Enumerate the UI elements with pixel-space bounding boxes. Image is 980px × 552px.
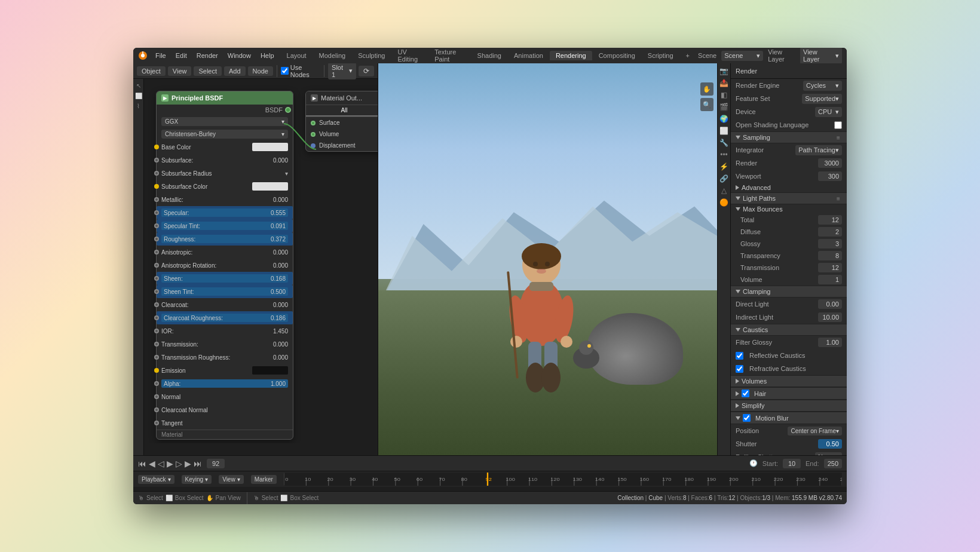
direct-light-field[interactable]: 0.00: [818, 299, 842, 309]
simplify-header[interactable]: Simplify: [731, 400, 847, 412]
icon-data[interactable]: △: [719, 185, 730, 196]
ne-icon-box[interactable]: ⬜: [134, 91, 143, 100]
anisotropic-socket[interactable]: [154, 250, 159, 254]
ne-icon-select[interactable]: ↖: [134, 81, 143, 90]
render-engine-dropdown[interactable]: Cycles▾: [803, 81, 842, 91]
icon-object[interactable]: ⬜: [719, 125, 730, 136]
emission-color-box[interactable]: [252, 366, 288, 375]
scene-dropdown[interactable]: Scene ▾: [721, 51, 763, 61]
light-paths-menu-icon[interactable]: ≡: [835, 195, 842, 202]
bounces-volume-field[interactable]: 1: [818, 275, 842, 284]
roughness-bar[interactable]: Roughness: 0.372: [161, 235, 288, 243]
use-nodes-checkbox[interactable]: Use Nodes: [281, 64, 320, 78]
view-layer-dropdown[interactable]: View Layer ▾: [800, 48, 842, 64]
transmission-socket[interactable]: [154, 342, 159, 346]
tab-rendering[interactable]: Rendering: [550, 51, 592, 60]
reflective-caustics-check[interactable]: [736, 352, 743, 360]
menu-window[interactable]: Window: [223, 51, 255, 60]
position-dropdown[interactable]: Center on Frame▾: [788, 427, 842, 436]
slot-dropdown[interactable]: Slot 1 ▾: [328, 63, 356, 79]
start-frame-field[interactable]: 10: [783, 459, 801, 468]
sheen-tint-socket[interactable]: [154, 289, 159, 294]
ne-icon-lasso[interactable]: ⌇: [134, 102, 143, 110]
tl-playback-dropdown[interactable]: Playback▾: [138, 475, 174, 484]
motion-blur-checkbox[interactable]: [743, 414, 751, 422]
sheen-tint-bar[interactable]: Sheen Tint: 0.500: [161, 287, 288, 296]
shutter-field[interactable]: 0.50: [818, 439, 842, 449]
clearcoat-normal-socket[interactable]: [154, 407, 159, 412]
tab-texture-paint[interactable]: Texture Paint: [428, 48, 470, 64]
next-keyframe-btn[interactable]: ▷: [176, 459, 182, 468]
tl-marker-dropdown[interactable]: Marker: [251, 475, 277, 484]
metallic-socket[interactable]: [154, 197, 159, 202]
specular-socket[interactable]: [154, 210, 159, 215]
specular-tint-socket[interactable]: [154, 223, 159, 228]
bsdf-output-socket[interactable]: [285, 107, 291, 113]
clearcoat-roughness-socket[interactable]: [154, 315, 159, 320]
normal-socket[interactable]: [154, 394, 159, 399]
hair-checkbox[interactable]: [742, 390, 749, 397]
icon-modifier[interactable]: 🔧: [719, 137, 730, 148]
render-samples-field[interactable]: 3000: [818, 158, 842, 168]
toolbar-select-btn[interactable]: Select: [194, 66, 222, 76]
clearcoat-socket[interactable]: [154, 302, 159, 307]
base-color-socket[interactable]: [154, 145, 159, 149]
light-paths-header[interactable]: Light Paths ≡: [731, 193, 847, 204]
specular-tint-bar[interactable]: Specular Tint: 0.091: [161, 222, 288, 230]
prev-frame-btn[interactable]: ◀: [149, 459, 155, 468]
sheen-socket[interactable]: [154, 276, 159, 281]
volumes-header[interactable]: Volumes: [731, 376, 847, 387]
toolbar-node-btn[interactable]: Node: [248, 66, 273, 76]
tab-sculpting[interactable]: Sculpting: [352, 51, 391, 60]
subsurface-dropdown[interactable]: Christensen-Burley ▾: [161, 130, 288, 139]
bounces-transmission-field[interactable]: 12: [818, 263, 842, 272]
subsurface-color-socket[interactable]: [154, 184, 159, 189]
use-nodes-check[interactable]: [281, 67, 289, 75]
next-frame-btn[interactable]: ▶: [185, 459, 191, 468]
current-frame-field[interactable]: 92: [207, 459, 225, 468]
clearcoat-roughness-bar[interactable]: Clearcoat Roughness: 0.186: [161, 314, 288, 322]
vp-ctrl-hand[interactable]: ✋: [700, 82, 713, 96]
tab-compositing[interactable]: Compositing: [593, 51, 641, 60]
roughness-socket[interactable]: [154, 237, 159, 241]
sampling-menu-icon[interactable]: ≡: [835, 134, 842, 141]
tab-shading[interactable]: Shading: [471, 51, 507, 60]
displacement-socket[interactable]: [311, 143, 316, 148]
bounces-diffuse-field[interactable]: 2: [818, 227, 842, 237]
icon-scene[interactable]: 🎬: [719, 102, 730, 112]
tab-modeling[interactable]: Modeling: [313, 51, 352, 60]
toolbar-refresh-btn[interactable]: ⟳: [359, 66, 374, 76]
bounces-total-field[interactable]: 12: [818, 215, 842, 225]
specular-bar[interactable]: Specular: 0.555: [161, 208, 288, 217]
tab-animation[interactable]: Animation: [508, 51, 549, 60]
toolbar-view-btn[interactable]: View: [168, 66, 192, 76]
caustics-header[interactable]: Caustics: [731, 324, 847, 336]
icon-particles[interactable]: •••: [719, 149, 730, 160]
volume-socket[interactable]: [311, 132, 316, 137]
icon-output[interactable]: 📤: [719, 78, 730, 88]
tl-keying-dropdown[interactable]: Keying▾: [182, 475, 212, 484]
open-shading-checkbox[interactable]: [834, 121, 842, 129]
menu-render[interactable]: Render: [192, 51, 222, 60]
sampling-header[interactable]: Sampling ≡: [731, 132, 847, 143]
advanced-header[interactable]: Advanced: [731, 183, 847, 192]
icon-constraints[interactable]: 🔗: [719, 173, 730, 184]
mat-tab-all[interactable]: All: [306, 105, 378, 116]
integrator-dropdown[interactable]: Path Tracing▾: [795, 145, 842, 155]
tab-layout[interactable]: Layout: [281, 51, 313, 60]
transmission-roughness-socket[interactable]: [154, 355, 159, 360]
bounces-glossy-field[interactable]: 3: [818, 239, 842, 249]
tangent-socket[interactable]: [154, 421, 159, 425]
subsurface-radius-socket[interactable]: [154, 171, 159, 176]
icon-material[interactable]: 🟠: [719, 197, 730, 208]
play-pause-btn[interactable]: ▶: [167, 459, 173, 468]
base-color-box[interactable]: [252, 143, 288, 151]
vp-ctrl-zoom[interactable]: 🔍: [700, 98, 713, 111]
device-dropdown[interactable]: CPU▾: [815, 107, 842, 117]
feature-set-dropdown[interactable]: Supported▾: [802, 94, 842, 104]
alpha-bar[interactable]: Alpha: 1.000: [161, 379, 288, 388]
viewport-samples-field[interactable]: 300: [818, 171, 842, 181]
menu-file[interactable]: File: [151, 51, 170, 60]
tl-view-dropdown[interactable]: View▾: [219, 475, 244, 484]
icon-physics[interactable]: ⚡: [719, 161, 730, 172]
